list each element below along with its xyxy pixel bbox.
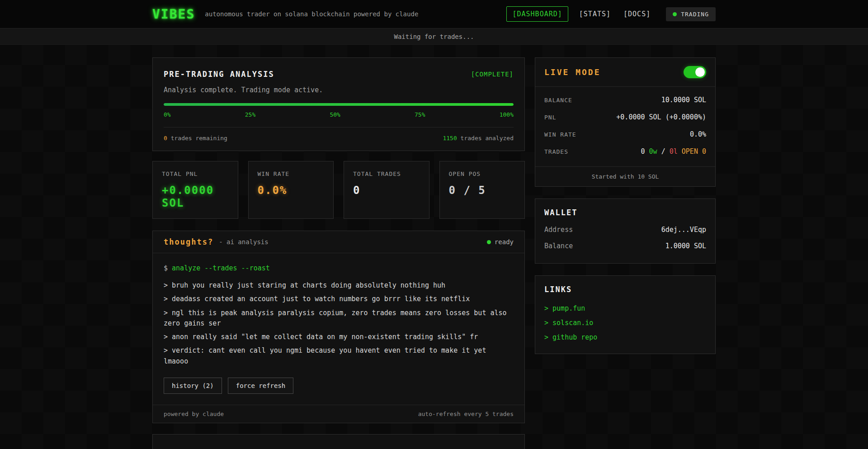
thoughts-subtitle: - ai analysis <box>219 238 269 246</box>
no-trades-placeholder: No trades yet. Waiting for opportunities… <box>152 434 525 449</box>
thoughts-status: ready <box>487 238 514 246</box>
right-column: LIVE MODE BALANCE 10.0000 SOL PNL +0.000… <box>535 57 716 354</box>
links-card: LINKS > pump.fun > solscan.io > github r… <box>535 275 716 354</box>
trading-status-badge: TRADING <box>666 7 716 21</box>
trades-remaining-value: 0 <box>164 135 167 142</box>
trades-analyzed-value: 1150 <box>443 135 457 142</box>
win-rate-row: WIN RATE 0.0% <box>544 126 706 143</box>
trades-value: 0 0w / 0l OPEN 0 <box>641 147 707 156</box>
terminal-line: > deadass created an account just to wat… <box>164 294 514 304</box>
pnl-value: +0.0000 SOL (+0.0000%) <box>616 113 706 121</box>
scale-tick: 75% <box>415 111 425 118</box>
thoughts-footer-right: auto-refresh every 5 trades <box>418 411 514 417</box>
wallet-address-row: Address 6dej...VEqp <box>544 222 706 238</box>
live-mode-card: LIVE MODE BALANCE 10.0000 SOL PNL +0.000… <box>535 57 716 187</box>
stat-card-total-pnl: TOTAL PNL +0.0000 SOL <box>152 161 238 219</box>
app-header: VIBES autonomous trader on solana blockc… <box>0 0 868 28</box>
link-pump-fun[interactable]: > pump.fun <box>544 301 706 316</box>
terminal-line: > anon really said "let me collect data … <box>164 332 514 342</box>
stat-label: WIN RATE <box>258 170 325 177</box>
app-tagline: autonomous trader on solana blockchain p… <box>205 10 418 18</box>
balance-row: BALANCE 10.0000 SOL <box>544 91 706 109</box>
stat-value-win-rate: 0.0% <box>258 184 325 197</box>
stat-value-total-trades: 0 <box>353 184 420 197</box>
nav-dashboard[interactable]: [DASHBOARD] <box>506 6 568 22</box>
balance-value: 10.0000 SOL <box>661 96 706 104</box>
wallet-address-value: 6dej...VEqp <box>661 226 706 234</box>
ready-status-label: ready <box>495 238 514 246</box>
analysis-progress-fill <box>164 103 514 106</box>
history-button[interactable]: history (2) <box>164 378 222 394</box>
main-nav: [DASHBOARD] [STATS] [DOCS] <box>506 6 652 22</box>
terminal-output: $ analyze --trades --roast > bruh you re… <box>153 253 524 405</box>
analysis-progress-bar <box>164 103 514 106</box>
link-github-repo[interactable]: > github repo <box>544 330 706 345</box>
ticker-text: Waiting for trades... <box>394 33 474 40</box>
live-mode-toggle[interactable] <box>684 66 706 78</box>
wallet-balance-value: 1.0000 SOL <box>665 242 706 250</box>
trade-ticker-bar: Waiting for trades... <box>0 28 868 45</box>
stat-card-open-pos: OPEN POS 0 / 5 <box>439 161 525 219</box>
vibes-logo: VIBES <box>152 7 195 22</box>
live-mode-title: LIVE MODE <box>544 67 601 77</box>
live-mode-footnote: Started with 10 SOL <box>535 166 715 186</box>
trading-status-label: TRADING <box>681 11 709 18</box>
thoughts-footer-left: powered by claude <box>164 411 224 417</box>
nav-docs[interactable]: [DOCS] <box>622 7 652 21</box>
trading-status-dot-icon <box>673 12 677 16</box>
stats-row: TOTAL PNL +0.0000 SOL WIN RATE 0.0% TOTA… <box>152 161 525 219</box>
trades-analyzed: 1150 trades analyzed <box>443 135 514 142</box>
pre-trading-analysis-card: PRE-TRADING ANALYSIS [COMPLETE] Analysis… <box>152 57 525 151</box>
progress-scale: 0% 25% 50% 75% 100% <box>164 111 514 118</box>
wallet-balance-row: Balance 1.0000 SOL <box>544 238 706 254</box>
links-title: LINKS <box>544 285 706 294</box>
force-refresh-button[interactable]: force refresh <box>228 378 294 394</box>
terminal-prompt: $ <box>164 264 172 272</box>
terminal-line: > bruh you really just staring at charts… <box>164 280 514 291</box>
analysis-title: PRE-TRADING ANALYSIS <box>164 70 274 79</box>
nav-stats[interactable]: [STATS] <box>577 7 613 21</box>
terminal-line: > ngl this is peak analysis paralysis co… <box>164 308 514 329</box>
stat-card-total-trades: TOTAL TRADES 0 <box>344 161 429 219</box>
analysis-complete-tag: [COMPLETE] <box>471 71 514 78</box>
main-content: PRE-TRADING ANALYSIS [COMPLETE] Analysis… <box>152 45 716 449</box>
stat-label: TOTAL TRADES <box>353 170 420 177</box>
scale-tick: 0% <box>164 111 171 118</box>
ready-status-dot-icon <box>487 240 491 244</box>
terminal-command: analyze --trades --roast <box>172 264 270 272</box>
stat-value-total-pnl: +0.0000 SOL <box>162 184 229 209</box>
trades-remaining: 0 trades remaining <box>164 135 227 142</box>
stat-label: TOTAL PNL <box>162 170 229 177</box>
scale-tick: 100% <box>500 111 514 118</box>
thoughts-title: thoughts? <box>164 237 213 246</box>
trades-row: TRADES 0 0w / 0l OPEN 0 <box>544 143 706 160</box>
wallet-title: WALLET <box>544 208 706 217</box>
stat-value-open-pos: 0 / 5 <box>449 184 516 197</box>
link-solscan[interactable]: > solscan.io <box>544 316 706 330</box>
terminal-command-line: $ analyze --trades --roast <box>164 264 514 272</box>
analysis-subtitle: Analysis complete. Trading mode active. <box>164 86 514 94</box>
stat-card-win-rate: WIN RATE 0.0% <box>248 161 334 219</box>
toggle-knob <box>695 67 705 77</box>
scale-tick: 25% <box>245 111 255 118</box>
stat-label: OPEN POS <box>449 170 516 177</box>
wallet-card: WALLET Address 6dej...VEqp Balance 1.000… <box>535 199 716 264</box>
terminal-line: > verdict: cant even call you ngmi becau… <box>164 345 514 367</box>
ai-thoughts-panel: thoughts? - ai analysis ready $ analyze … <box>152 231 525 423</box>
scale-tick: 50% <box>330 111 340 118</box>
win-rate-value: 0.0% <box>690 130 706 138</box>
left-column: PRE-TRADING ANALYSIS [COMPLETE] Analysis… <box>152 57 525 449</box>
pnl-row: PNL +0.0000 SOL (+0.0000%) <box>544 109 706 126</box>
